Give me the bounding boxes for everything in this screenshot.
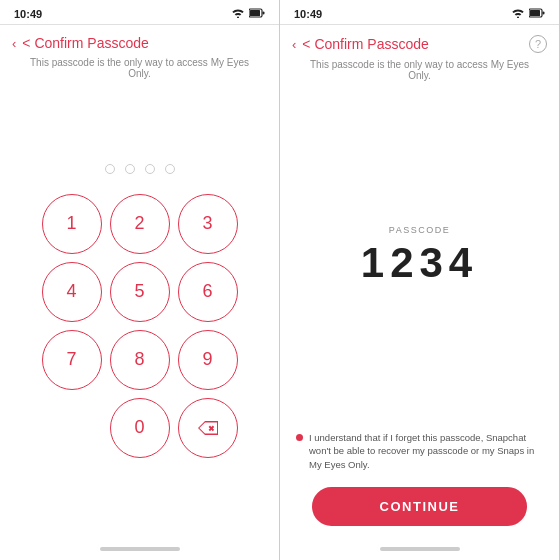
left-page-title: < Confirm Passcode: [22, 35, 148, 51]
passcode-dots: [105, 164, 175, 174]
key-6[interactable]: 6: [178, 262, 238, 322]
left-keypad-area: 1 2 3 4 5 6 7 8 9 0: [0, 79, 279, 542]
left-status-bar: 10:49: [0, 0, 279, 24]
disclaimer-bullet: [296, 434, 303, 441]
left-back-button[interactable]: ‹ < Confirm Passcode: [12, 35, 149, 51]
right-page-title: < Confirm Passcode: [302, 36, 428, 52]
continue-button[interactable]: CONTINUE: [312, 487, 527, 526]
svg-rect-5: [543, 12, 545, 15]
continue-button-wrapper: CONTINUE: [280, 487, 559, 542]
right-back-button[interactable]: ‹ < Confirm Passcode: [292, 36, 429, 52]
right-passcode-area: PASSCODE 1234: [280, 81, 559, 431]
left-home-indicator: [100, 547, 180, 551]
right-chevron-icon: ‹: [292, 37, 296, 52]
left-phone: 10:49 ‹ < Confirm Passcode This passcode…: [0, 0, 280, 560]
left-chevron-icon: ‹: [12, 36, 16, 51]
key-backspace[interactable]: [178, 398, 238, 458]
right-bottom-bar: [280, 542, 559, 560]
svg-rect-2: [263, 12, 265, 15]
dot-3: [145, 164, 155, 174]
left-wifi-icon: [231, 8, 245, 20]
dot-1: [105, 164, 115, 174]
right-subtitle: This passcode is the only way to access …: [280, 57, 559, 81]
passcode-label: PASSCODE: [389, 225, 450, 235]
right-header: ‹ < Confirm Passcode ?: [280, 25, 559, 57]
left-bottom-bar: [0, 542, 279, 560]
key-7[interactable]: 7: [42, 330, 102, 390]
left-time: 10:49: [14, 8, 42, 20]
passcode-value: 1234: [361, 239, 478, 287]
keypad-grid: 1 2 3 4 5 6 7 8 9 0: [42, 194, 238, 458]
left-subtitle: This passcode is the only way to access …: [0, 55, 279, 79]
right-battery-icon: [529, 8, 545, 20]
dot-2: [125, 164, 135, 174]
key-5[interactable]: 5: [110, 262, 170, 322]
right-time: 10:49: [294, 8, 322, 20]
right-status-bar: 10:49: [280, 0, 559, 24]
svg-rect-1: [250, 10, 260, 16]
help-icon[interactable]: ?: [529, 35, 547, 53]
svg-rect-4: [530, 10, 540, 16]
left-battery-icon: [249, 8, 265, 20]
right-status-icons: [511, 8, 545, 20]
left-header: ‹ < Confirm Passcode: [0, 25, 279, 55]
key-1[interactable]: 1: [42, 194, 102, 254]
key-3[interactable]: 3: [178, 194, 238, 254]
left-status-icons: [231, 8, 265, 20]
dot-4: [165, 164, 175, 174]
key-4[interactable]: 4: [42, 262, 102, 322]
disclaimer-row: I understand that if I forget this passc…: [280, 431, 559, 471]
key-8[interactable]: 8: [110, 330, 170, 390]
right-wifi-icon: [511, 8, 525, 20]
key-9[interactable]: 9: [178, 330, 238, 390]
disclaimer-text: I understand that if I forget this passc…: [309, 431, 543, 471]
right-home-indicator: [380, 547, 460, 551]
key-0[interactable]: 0: [110, 398, 170, 458]
right-phone: 10:49 ‹ < Confirm Passcode ? This passco…: [280, 0, 560, 560]
key-2[interactable]: 2: [110, 194, 170, 254]
